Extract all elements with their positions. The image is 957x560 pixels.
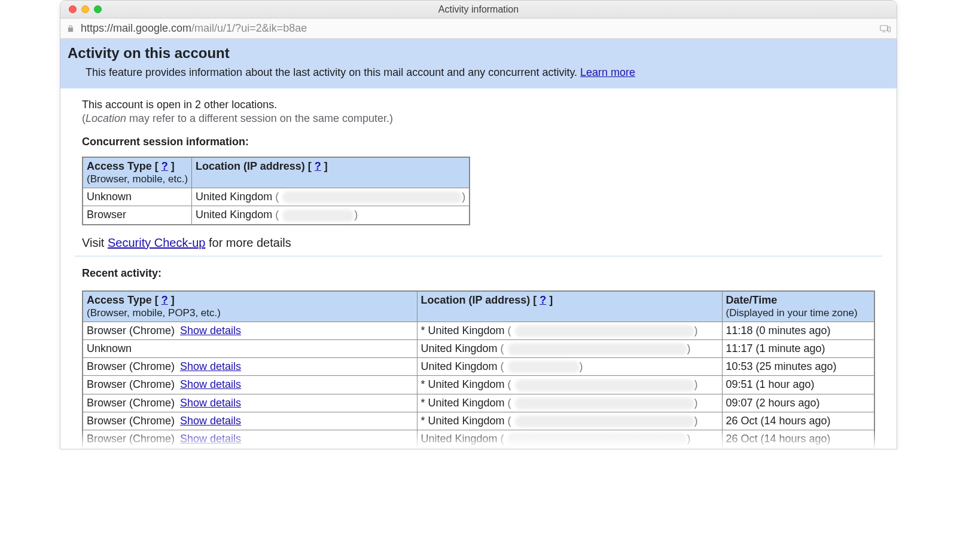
redacted-ip	[508, 361, 580, 373]
cell-access: Unknown	[83, 339, 417, 357]
table-row: UnknownUnited Kingdom ()11:17 (1 minute …	[83, 339, 874, 357]
cell-access: Browser (Chrome) Show details	[83, 412, 417, 430]
redacted-ip	[515, 397, 694, 409]
divider	[75, 256, 882, 256]
show-details-link[interactable]: Show details	[180, 325, 241, 336]
lock-icon	[66, 25, 75, 33]
cell-access: Browser (Chrome) Show details	[83, 322, 417, 339]
redacted-ip	[508, 433, 687, 445]
banner-text: This feature provides information about …	[68, 66, 889, 79]
col-location: Location (IP address) [ ? ]	[417, 291, 722, 322]
cell-location: United Kingdom ()	[417, 430, 722, 449]
show-details-link[interactable]: Show details	[180, 433, 241, 445]
cell-location: United Kingdom ()	[192, 188, 470, 206]
learn-more-link[interactable]: Learn more	[580, 66, 635, 78]
cell-datetime: 11:18 (0 minutes ago)	[722, 322, 874, 339]
concurrent-heading: Concurrent session information:	[82, 136, 875, 148]
cell-location: * United Kingdom ()	[417, 412, 722, 430]
titlebar: Activity information	[60, 1, 897, 19]
redacted-ip	[515, 415, 694, 427]
recent-activity-table: Access Type [ ? ] (Browser, mobile, POP3…	[82, 290, 875, 449]
redacted-ip	[515, 380, 694, 391]
help-access-type-icon[interactable]: ?	[161, 294, 168, 306]
cell-datetime: 09:51 (1 hour ago)	[722, 376, 874, 394]
banner: Activity on this account This feature pr…	[60, 39, 897, 88]
cell-location: * United Kingdom ()	[417, 376, 722, 394]
table-row: Browser (Chrome) Show details* United Ki…	[83, 412, 874, 430]
col-location: Location (IP address) [ ? ]	[192, 157, 470, 188]
cell-access: Browser (Chrome) Show details	[83, 430, 417, 449]
recent-activity-heading: Recent activity:	[82, 267, 875, 280]
devices-icon[interactable]	[880, 25, 891, 33]
redacted-ip	[508, 343, 687, 355]
show-details-link[interactable]: Show details	[180, 415, 241, 427]
redacted-ip	[282, 210, 354, 222]
cell-access: Browser (Chrome) Show details	[83, 376, 417, 394]
show-details-link[interactable]: Show details	[180, 378, 241, 390]
status-block: This account is open in 2 other location…	[82, 98, 875, 125]
table-row: Browser (Chrome) Show detailsUnited King…	[83, 430, 874, 449]
svg-rect-0	[880, 25, 888, 30]
cell-access: Browser	[83, 206, 192, 225]
recent-activity-wrap: Access Type [ ? ] (Browser, mobile, POP3…	[82, 288, 875, 449]
help-location-icon[interactable]: ?	[315, 160, 321, 172]
table-row: Browser (Chrome) Show detailsUnited King…	[83, 358, 874, 376]
cell-datetime: 26 Oct (14 hours ago)	[722, 430, 874, 449]
cell-access: Browser (Chrome) Show details	[83, 358, 417, 376]
redacted-ip	[282, 191, 462, 203]
col-access-type: Access Type [ ? ] (Browser, mobile, etc.…	[83, 157, 192, 188]
address-bar: https://mail.google.com/mail/u/1/?ui=2&i…	[60, 19, 897, 39]
table-row: Browser (Chrome) Show details* United Ki…	[83, 394, 874, 412]
cell-location: United Kingdom ()	[192, 206, 470, 225]
svg-rect-2	[888, 27, 891, 32]
show-details-link[interactable]: Show details	[180, 397, 241, 409]
page-title: Activity on this account	[68, 45, 889, 62]
col-access-type: Access Type [ ? ] (Browser, mobile, POP3…	[83, 291, 417, 322]
help-location-icon[interactable]: ?	[540, 294, 546, 306]
table-row: BrowserUnited Kingdom ()	[83, 206, 470, 225]
table-row: Browser (Chrome) Show details* United Ki…	[83, 322, 874, 339]
cell-location: United Kingdom ()	[417, 358, 722, 376]
col-datetime: Date/Time (Displayed in your time zone)	[722, 291, 874, 322]
content: This account is open in 2 other location…	[60, 88, 897, 449]
cell-location: * United Kingdom ()	[417, 394, 722, 412]
cell-datetime: 09:07 (2 hours ago)	[722, 394, 874, 412]
url-host: https://mail.google.com	[81, 22, 191, 35]
location-note: (Location may refer to a different sessi…	[82, 112, 875, 126]
cell-datetime: 26 Oct (14 hours ago)	[722, 412, 874, 430]
cell-access: Browser (Chrome) Show details	[83, 394, 417, 412]
cell-datetime: 10:53 (25 minutes ago)	[722, 358, 874, 376]
cell-datetime: 11:17 (1 minute ago)	[722, 339, 874, 357]
open-locations-text: This account is open in 2 other location…	[82, 98, 875, 112]
security-checkup-link[interactable]: Security Check-up	[108, 236, 205, 249]
cell-location: * United Kingdom ()	[417, 322, 722, 339]
help-access-type-icon[interactable]: ?	[161, 160, 168, 172]
concurrent-sessions-table: Access Type [ ? ] (Browser, mobile, etc.…	[82, 157, 470, 225]
window-title: Activity information	[60, 4, 897, 15]
visit-security-line: Visit Security Check-up for more details	[82, 236, 875, 250]
cell-access: Unknown	[83, 188, 192, 206]
popup-window: Activity information https://mail.google…	[60, 0, 897, 449]
redacted-ip	[515, 325, 694, 337]
url-path: /mail/u/1/?ui=2&ik=b8ae	[191, 22, 307, 35]
cell-location: United Kingdom ()	[417, 339, 722, 357]
table-row: Browser (Chrome) Show details* United Ki…	[83, 376, 874, 394]
table-row: UnknownUnited Kingdom ()	[83, 188, 470, 206]
show-details-link[interactable]: Show details	[180, 360, 241, 372]
